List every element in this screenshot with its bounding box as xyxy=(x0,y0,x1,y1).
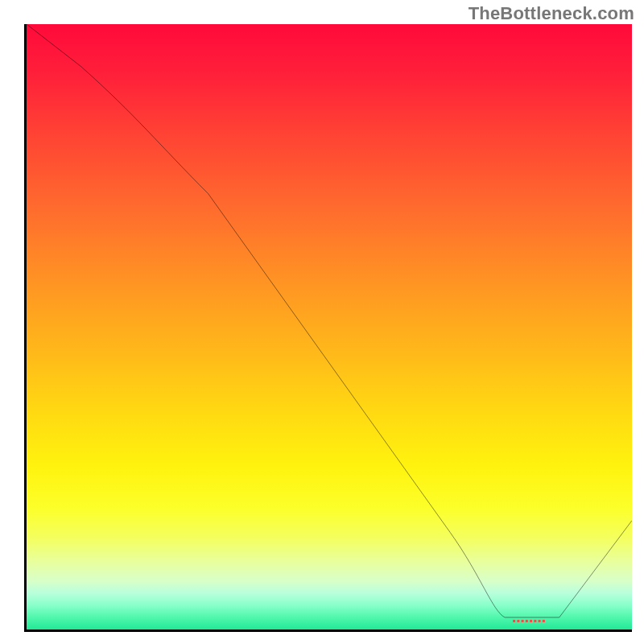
curve-svg xyxy=(27,24,632,630)
plot-area: ▪▪▪▪▪▪▪▪ xyxy=(24,24,632,632)
optimal-marker: ▪▪▪▪▪▪▪▪ xyxy=(512,615,546,626)
attribution-text: TheBottleneck.com xyxy=(469,3,634,24)
bottleneck-curve xyxy=(27,24,632,617)
chart-container: TheBottleneck.com ▪▪▪▪▪▪▪▪ xyxy=(0,0,644,644)
